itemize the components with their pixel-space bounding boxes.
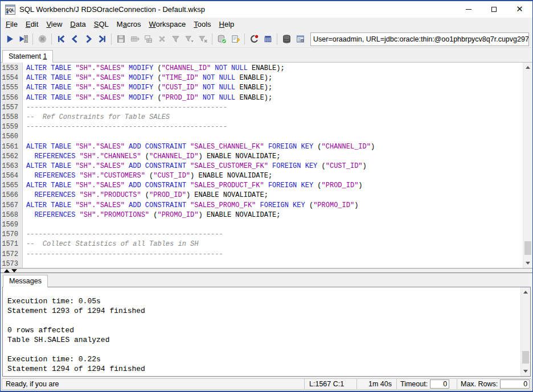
commit-button[interactable] [215,32,228,46]
menu-tools[interactable]: Tools [190,19,215,30]
result-tab-bar: Messages [1,273,532,287]
line-number: 1559 [1,122,22,132]
database-explorer-button[interactable] [280,32,293,46]
splitter-collapse-controls[interactable] [4,269,17,273]
tab-statement-1[interactable]: Statement 1 [2,50,53,63]
line-number: 1572 [1,250,22,259]
line-number: 1557 [1,103,22,113]
sql-editor[interactable]: 1553ALTER TABLE "SH"."SALES" MODIFY ("CH… [1,63,523,268]
execute-all-button[interactable] [3,32,17,46]
editor-line: 1562 REFERENCES "SH"."CHANNELS" ("CHANNE… [1,152,523,162]
timeout-input[interactable] [430,379,449,389]
toolbar-separator [244,34,245,45]
commit-icon [217,34,227,44]
line-number: 1569 [1,220,22,230]
cancel-execution-icon [38,34,47,44]
editor-scroll-up-button[interactable] [523,63,532,72]
message-line: Execution time: 0.22s [7,354,520,364]
line-number: 1564 [1,171,22,181]
menu-workspace[interactable]: Workspace [145,19,190,30]
editor-line: 1570------------------------------------… [1,230,523,240]
tab-messages[interactable]: Messages [3,275,48,287]
insert-row-button [128,32,141,46]
close-button[interactable]: ✕ [507,1,532,18]
line-number: 1554 [1,73,22,83]
execute-current-button[interactable] [17,32,30,46]
rollback-icon [231,34,240,44]
database-explorer-window-button[interactable] [293,32,307,46]
line-number: 1562 [1,152,22,162]
last-row-button[interactable] [95,32,109,46]
line-number: 1567 [1,201,22,211]
line-number: 1555 [1,83,22,93]
messages-panel: Execution time: 0.05sStatement 1293 of 1… [2,287,531,377]
messages-scroll-up-button[interactable] [521,287,530,297]
code-text: ALTER TABLE "SH"."SALES" ADD CONSTRAINT … [22,181,363,191]
editor-scroll-thumb[interactable] [524,241,531,255]
reset-filter-icon [198,34,208,44]
next-row-button[interactable] [81,32,95,46]
status-message: Ready, if you are [2,378,305,390]
toolbar-separator [212,34,212,45]
code-text: REFERENCES "SH"."PRODUCTS" ("PROD_ID") E… [22,191,268,200]
editor-scroll-down-button[interactable] [523,258,532,268]
line-number: 1561 [1,142,22,152]
messages-vertical-scrollbar[interactable] [520,287,530,376]
title-bar: SQL SQL Workbench/J RDSOracleConnection … [1,1,532,18]
menu-sql[interactable]: SQL [90,19,113,30]
code-text: ALTER TABLE "SH"."SALES" ADD CONSTRAINT … [22,142,375,152]
app-icon: SQL [5,5,15,15]
code-text: ALTER TABLE "SH"."SALES" MODIFY ("CHANNE… [22,64,285,73]
messages-scroll-track[interactable] [521,297,530,366]
line-number: 1571 [1,240,22,249]
minimize-button[interactable] [456,1,481,18]
data-pumper-button[interactable] [261,32,274,46]
code-text: ----------------------------------------… [22,230,223,240]
code-text: ALTER TABLE "SH"."SALES" MODIFY ("CUST_I… [22,83,272,93]
code-text: ALTER TABLE "SH"."SALES" ADD CONSTRAINT … [22,162,367,171]
cancel-execution-button [35,32,49,46]
editor-line: 1573 [1,259,523,268]
code-text: ----------------------------------------… [22,122,227,132]
code-text [22,259,26,268]
editor-scroll-track[interactable] [523,72,532,258]
menu-edit[interactable]: Edit [22,19,42,30]
menu-view[interactable]: View [42,19,66,30]
editor-line: 1555ALTER TABLE "SH"."SALES" MODIFY ("CU… [1,83,523,93]
splitter-collapse-up-icon[interactable] [4,269,10,273]
menu-file[interactable]: File [2,19,22,30]
menu-help[interactable]: Help [215,19,239,30]
reconnect-button[interactable] [247,32,261,46]
first-row-button[interactable] [54,32,68,46]
editor-vertical-scrollbar[interactable] [523,63,532,268]
window-title: SQL Workbench/J RDSOracleConnection - De… [19,5,205,14]
menu-macros[interactable]: Macros [113,19,145,30]
previous-row-button[interactable] [68,32,81,46]
copy-row-button [141,32,155,46]
connection-info: User=oraadmin, URL=jdbc:oracle:thin:@oo1… [310,32,529,46]
cursor-position: L:1567 C:1 [305,378,357,390]
splitter-collapse-down-icon[interactable] [11,269,17,273]
messages-log[interactable]: Execution time: 0.05sStatement 1293 of 1… [3,287,520,376]
execution-timer: 1m 40s [357,378,397,390]
editor-line: 1571-- Collect Statistics of all Tables … [1,240,523,249]
editor-line: 1560 [1,132,523,142]
code-text: -- Collect Statistics of all Tables in S… [22,240,198,249]
message-line: Statement 1293 of 1294 finished [7,306,520,316]
filter-dropdown-icon [184,34,194,44]
status-bar: Ready, if you are L:1567 C:1 1m 40s Time… [1,378,532,391]
max-rows-input[interactable] [500,379,530,389]
code-text [22,132,26,142]
rollback-button[interactable] [228,32,242,46]
menu-data[interactable]: Data [66,19,89,30]
execute-all-icon [5,34,15,44]
editor-line: 1557------------------------------------… [1,103,523,113]
editor-line: 1572------------------------------------… [1,250,523,259]
editor-messages-splitter[interactable] [1,268,532,273]
messages-scroll-thumb[interactable] [522,351,529,364]
editor-line: 1554ALTER TABLE "SH"."SALES" MODIFY ("TI… [1,73,523,83]
line-number: 1558 [1,113,22,122]
maximize-button[interactable] [481,1,507,18]
messages-scroll-down-button[interactable] [521,366,530,376]
line-number: 1560 [1,132,22,142]
